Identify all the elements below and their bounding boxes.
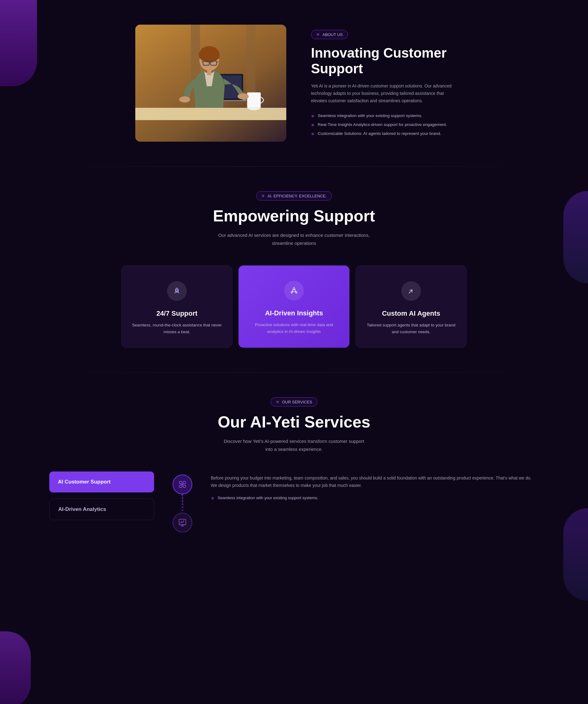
card-icon-insights	[284, 281, 304, 301]
svg-point-18	[237, 93, 249, 100]
service-label-ai-support: AI Customer Support	[58, 479, 111, 485]
card-247-title: 24/7 Support	[131, 309, 223, 317]
card-247-support[interactable]: 24/7 Support Seamless, round-the-clock a…	[121, 266, 232, 348]
services-title: Our AI-Yeti Services	[49, 413, 539, 431]
card-ai-insights[interactable]: AI-Driven Insights Proactive solutions w…	[238, 266, 350, 348]
svg-rect-25	[179, 485, 182, 487]
cards-container: 24/7 Support Seamless, round-the-clock a…	[49, 266, 539, 348]
svg-rect-28	[179, 519, 186, 525]
card-icon-247	[167, 281, 187, 301]
service-icon-ai-support	[173, 475, 192, 494]
empowering-badge: ✳ AI. EFFICIENCY. EXCELLENCE.	[256, 191, 332, 200]
empowering-section: ✳ AI. EFFICIENCY. EXCELLENCE. Empowering…	[0, 167, 588, 372]
feature-icon-2: ✳	[311, 123, 315, 127]
svg-rect-9	[247, 93, 261, 107]
about-illustration	[135, 24, 286, 142]
services-section: ✳ OUR SERVICES Our AI-Yeti Services Disc…	[0, 373, 588, 557]
about-description: Yeti AI is a pioneer in AI-driven custom…	[311, 82, 453, 104]
svg-point-17	[179, 97, 190, 103]
svg-point-21	[293, 290, 295, 292]
feature-icon-1: ✳	[311, 114, 315, 119]
about-badge-label: ABOUT US	[322, 32, 343, 37]
card-agents-desc: Tailored support agents that adapt to yo…	[365, 322, 457, 335]
about-image-placeholder	[135, 24, 286, 142]
empowering-title: Empowering Support	[49, 207, 539, 225]
service-connector	[173, 471, 192, 532]
services-badge-star: ✳	[276, 399, 279, 404]
about-section: ✳ ABOUT US Innovating Customer Support Y…	[0, 0, 588, 166]
about-image	[135, 24, 286, 142]
card-agents-title: Custom AI Agents	[365, 309, 457, 317]
svg-rect-19	[207, 70, 211, 75]
empowering-badge-star: ✳	[261, 193, 265, 198]
service-feature-icon-1: ✳	[211, 496, 214, 501]
services-header: ✳ OUR SERVICES Our AI-Yeti Services Disc…	[49, 397, 539, 453]
feature-text-1: Seamless integration with your existing …	[318, 113, 422, 118]
services-description: Discover how Yeti's AI-powered services …	[220, 437, 368, 453]
svg-point-20	[176, 290, 178, 291]
about-badge: ✳ ABOUT US	[311, 30, 348, 39]
service-label-ai-analytics: AI-Driven Analytics	[58, 506, 106, 512]
feature-item-3: ✳ Customizable Solutions: AI agents tail…	[311, 131, 453, 136]
service-icon-ai-analytics	[173, 513, 192, 532]
about-feature-list: ✳ Seamless integration with your existin…	[311, 113, 453, 136]
card-insights-desc: Proactive solutions with real-time data …	[248, 321, 340, 335]
card-icon-agents	[401, 281, 421, 301]
empowering-description: Our advanced AI services are designed to…	[214, 231, 374, 247]
badge-star-icon: ✳	[316, 32, 320, 37]
svg-rect-23	[179, 481, 182, 484]
svg-point-22	[412, 290, 413, 291]
services-badge: ✳ OUR SERVICES	[271, 397, 317, 407]
service-item-ai-support[interactable]: AI Customer Support	[49, 471, 154, 492]
card-insights-title: AI-Driven Insights	[248, 309, 340, 317]
service-active-description: Before pouring your budget into marketin…	[211, 475, 539, 489]
empowering-badge-label: AI. EFFICIENCY. EXCELLENCE.	[267, 194, 327, 198]
about-content: ✳ ABOUT US Innovating Customer Support Y…	[311, 30, 453, 136]
service-feature-list: ✳ Seamless integration with your existin…	[211, 495, 539, 501]
connector-line-1	[182, 494, 183, 513]
svg-rect-4	[135, 108, 286, 120]
service-item-ai-analytics[interactable]: AI-Driven Analytics	[49, 498, 154, 520]
feature-text-3: Customizable Solutions: AI agents tailor…	[318, 131, 441, 136]
svg-rect-26	[183, 485, 185, 487]
service-content-area: Before pouring your budget into marketin…	[211, 471, 539, 501]
feature-text-2: Real-Time Insights Analytics-driven supp…	[318, 122, 447, 127]
feature-icon-3: ✳	[311, 131, 315, 136]
services-layout: AI Customer Support AI-Driven Analytics	[49, 471, 539, 532]
svg-point-27	[182, 484, 183, 485]
service-feature-1: ✳ Seamless integration with your existin…	[211, 495, 539, 501]
card-247-desc: Seamless, round-the-clock assistance tha…	[131, 322, 223, 335]
services-list: AI Customer Support AI-Driven Analytics	[49, 471, 154, 520]
services-badge-label: OUR SERVICES	[282, 400, 312, 404]
svg-rect-24	[183, 481, 185, 484]
feature-item-1: ✳ Seamless integration with your existin…	[311, 113, 453, 119]
service-feature-text-1: Seamless integration with your existing …	[218, 495, 318, 500]
about-title: Innovating Customer Support	[311, 45, 453, 76]
card-custom-agents[interactable]: Custom AI Agents Tailored support agents…	[356, 266, 467, 348]
feature-item-2: ✳ Real-Time Insights Analytics-driven su…	[311, 122, 453, 127]
